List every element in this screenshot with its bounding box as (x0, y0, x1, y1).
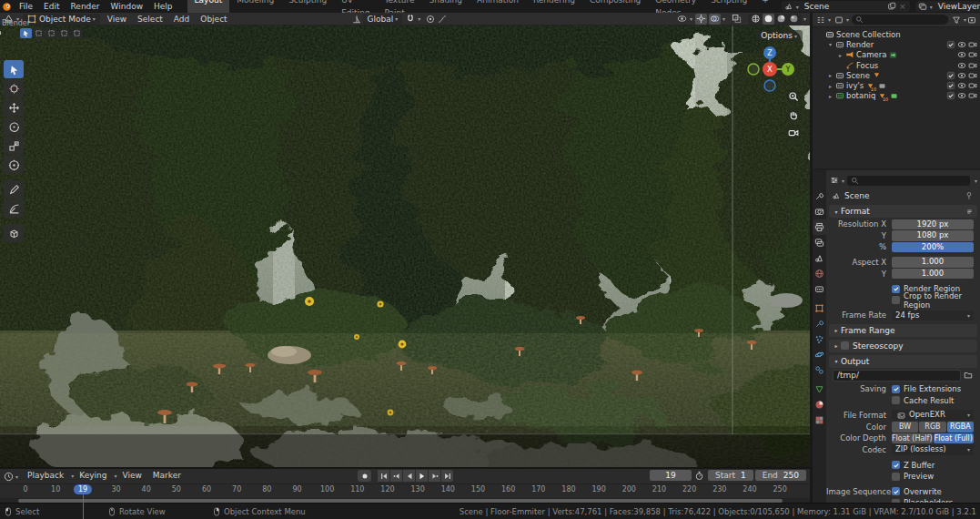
checkbox-unchecked[interactable] (892, 296, 900, 304)
properties-tab-collection[interactable] (813, 281, 826, 297)
checkbox-label[interactable]: Overwrite (904, 487, 942, 496)
play-reverse-button[interactable] (403, 470, 415, 482)
timeline-ruler[interactable]: 0103040506070809010011012013014015016017… (0, 483, 810, 498)
checkbox-label[interactable]: Crop to Render Region (904, 291, 974, 310)
outliner-item-name[interactable]: Scene (846, 71, 870, 80)
section-header-stereoscopy[interactable]: ▸Stereoscopy (829, 340, 977, 352)
gizmo-x-label[interactable]: X (767, 65, 773, 74)
play-button[interactable] (416, 470, 428, 482)
eye-toggle-icon[interactable] (956, 60, 966, 70)
blender-logo-icon[interactable] (2, 1, 12, 12)
new-scene-icon[interactable] (886, 1, 897, 12)
outliner-row-scene[interactable]: ▸Scene (813, 70, 980, 80)
properties-tab-modifiers[interactable] (813, 316, 826, 331)
outliner-item-name[interactable]: ivy's (846, 81, 864, 90)
properties-editor-icon[interactable] (829, 175, 840, 186)
shading-material-preview-icon[interactable] (775, 14, 787, 25)
tool-add-cube[interactable] (4, 224, 24, 242)
outliner-row-ivy-s[interactable]: ▸ivy's10 (813, 80, 980, 90)
show-overlays-icon[interactable] (709, 14, 721, 25)
outliner-editor-icon[interactable] (815, 15, 826, 25)
checkbox-checked[interactable] (892, 487, 900, 495)
properties-options-icon[interactable]: ▾ (975, 178, 977, 184)
properties-tab-output[interactable] (813, 219, 826, 235)
disclosure-caret[interactable]: ▸ (836, 52, 844, 58)
select-mode-select-new-icon[interactable] (33, 28, 45, 38)
prev-keyframe-button[interactable] (390, 470, 402, 482)
checkbox-unchecked[interactable] (841, 341, 849, 350)
tool-annotate[interactable] (4, 180, 24, 198)
outliner-item-name[interactable]: Focus (856, 61, 878, 70)
viewlayer-selector[interactable]: ▾ ViewLayer × (915, 1, 980, 12)
properties-tab-render[interactable] (813, 204, 826, 219)
section-caret[interactable]: ▸ (832, 342, 841, 349)
section-header-output[interactable]: ▾Output (829, 355, 977, 368)
section-header-format[interactable]: ▾Format (829, 205, 977, 218)
unlink-scene-icon[interactable]: × (897, 1, 908, 12)
section-caret[interactable]: ▸ (832, 327, 841, 333)
cam-toggle-icon[interactable] (967, 91, 977, 101)
output-path-field[interactable]: /tmp/ (833, 370, 961, 382)
outliner-row-render[interactable]: ▾Render (813, 39, 980, 49)
cam-toggle-icon[interactable] (967, 70, 977, 80)
segment-option[interactable]: RGB (919, 422, 945, 432)
outliner-row-scene-collection[interactable]: Scene Collection (813, 29, 980, 39)
checkbox-unchecked[interactable] (892, 473, 900, 481)
new-collection-icon[interactable] (966, 15, 977, 25)
select-mode-select-subtract-icon[interactable] (58, 28, 70, 38)
checkbox-label[interactable]: Preview (904, 472, 934, 481)
options-dropdown[interactable]: Options ▾ (755, 30, 803, 41)
checkbox-unchecked[interactable] (892, 396, 900, 404)
orientation-dropdown[interactable]: Global ▾ (363, 14, 403, 25)
timeline-menu-keying[interactable]: Keying (74, 469, 112, 483)
disclosure-caret[interactable]: ▸ (826, 93, 834, 99)
end-frame-field[interactable]: End250 (755, 470, 806, 481)
menu-help[interactable]: Help (148, 0, 178, 13)
eye-toggle-icon[interactable] (956, 39, 966, 49)
tool-cursor[interactable] (4, 79, 24, 97)
eye-toggle-icon[interactable] (956, 81, 966, 91)
section-header-frame-range[interactable]: ▸Frame Range (829, 324, 977, 337)
outliner-row-focus[interactable]: Focus (813, 60, 980, 70)
cam-toggle-icon[interactable] (967, 60, 977, 70)
check-toggle-icon[interactable] (945, 91, 955, 101)
viewport-menu-add[interactable]: Add (168, 13, 195, 25)
segment-option[interactable]: Float (Full) (934, 433, 975, 444)
scene-selector[interactable]: ▾ Scene × (782, 1, 910, 12)
tool-measure[interactable] (4, 199, 24, 218)
transform-orientation-icon[interactable] (351, 14, 363, 25)
zoom-icon[interactable] (786, 89, 801, 104)
segment-option[interactable]: Float (Half) (892, 433, 933, 444)
properties-tab-tool[interactable] (813, 188, 826, 204)
properties-tab-constraints[interactable] (813, 362, 826, 378)
properties-tab-texture[interactable] (813, 412, 826, 428)
checkbox-checked[interactable] (892, 461, 900, 469)
value-field[interactable]: 1080 px (892, 230, 974, 241)
shading-dropdown-icon[interactable]: ▾ (803, 15, 806, 22)
scene-name[interactable]: Scene (799, 2, 886, 11)
outliner-row-botaniq[interactable]: ▸botaniq10 (813, 91, 980, 101)
snap-magnet-icon[interactable] (404, 14, 416, 25)
select-mode-select-intersect-icon[interactable] (71, 28, 83, 38)
checkbox-label[interactable]: Cache Result (904, 396, 954, 405)
presets-icon[interactable] (964, 206, 975, 217)
eye-toggle-icon[interactable] (956, 70, 966, 80)
gizmo-y-label[interactable]: Y (785, 66, 791, 74)
next-keyframe-button[interactable] (429, 470, 440, 482)
timeline-editor-icon[interactable] (3, 471, 14, 482)
properties-tab-object[interactable] (813, 300, 826, 316)
properties-tab-scene[interactable] (813, 250, 826, 266)
check-toggle-icon[interactable] (945, 81, 955, 91)
outliner-item-name[interactable]: botaniq (846, 91, 875, 100)
jump-to-start-button[interactable] (378, 470, 389, 482)
disclosure-caret[interactable]: ▾ (826, 41, 834, 47)
menu-window[interactable]: Window (106, 0, 149, 13)
viewport-menu-view[interactable]: View (102, 13, 132, 25)
value-field[interactable]: 1.000 (892, 269, 974, 280)
properties-search-input[interactable] (847, 176, 970, 186)
snap-dropdown-icon[interactable]: ▾ (418, 15, 420, 22)
xray-toggle-icon[interactable] (731, 14, 743, 25)
outliner-search-input[interactable] (852, 15, 948, 25)
eye-toggle-icon[interactable] (956, 50, 966, 60)
properties-tab-view-layer[interactable] (813, 235, 826, 250)
